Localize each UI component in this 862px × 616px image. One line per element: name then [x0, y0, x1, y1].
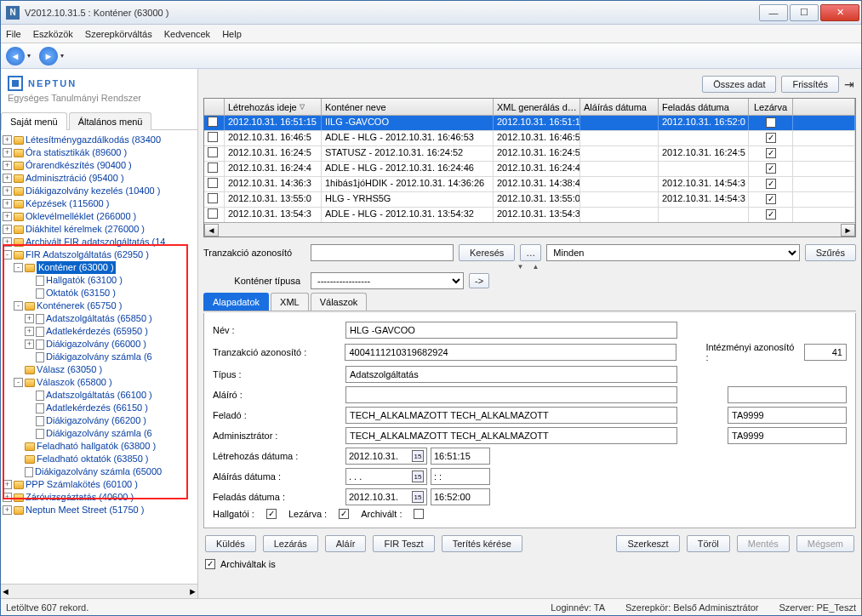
ctype-select[interactable]: ----------------- [311, 272, 464, 289]
maximize-button[interactable]: ☐ [790, 4, 819, 21]
closed-checkbox[interactable]: ✓ [766, 133, 776, 143]
fir-test-button[interactable]: FIR Teszt [373, 535, 434, 552]
expand-icon[interactable]: - [14, 263, 23, 272]
left-scrollbar[interactable]: ◄ ► [1, 584, 197, 598]
tree-item[interactable]: Oktatók (63150 ) [3, 287, 196, 299]
all-data-button[interactable]: Összes adat [702, 76, 776, 93]
tree-item[interactable]: Diákigazolvány számla (6 [3, 351, 196, 363]
nav-back-dropdown[interactable]: ▾ [27, 52, 31, 60]
closed-checkbox[interactable]: ✓ [766, 194, 776, 204]
created-time[interactable]: 16:51:15 [431, 448, 490, 465]
grid-body[interactable]: 2012.10.31. 16:51:15IILG -GAVCOO2012.10.… [204, 116, 855, 222]
row-checkbox[interactable] [208, 117, 218, 127]
table-row[interactable]: 2012.10.31. 16:51:15IILG -GAVCOO2012.10.… [204, 116, 855, 131]
row-checkbox[interactable] [208, 163, 218, 173]
expand-icon[interactable]: - [14, 378, 23, 387]
tree-item[interactable]: Adatszolgáltatás (66100 ) [3, 389, 196, 402]
closed-checkbox[interactable]: ✓ [766, 179, 776, 189]
expand-icon[interactable]: + [3, 199, 12, 208]
minimize-button[interactable]: — [759, 4, 788, 21]
closed-checkbox[interactable]: ✓ [766, 163, 776, 174]
created-date[interactable]: 2012.10.31.15 [345, 448, 427, 465]
search-scope-select[interactable]: Minden [546, 244, 799, 261]
expand-icon[interactable]: + [3, 237, 12, 247]
edit-button[interactable]: Szerkeszt [616, 535, 679, 552]
tree-item[interactable]: Adatlekérdezés (66150 ) [3, 402, 196, 414]
tab-xml[interactable]: XML [271, 293, 309, 311]
tree-item[interactable]: - FIR Adatszolgáltatás (62950 ) [3, 248, 196, 261]
row-checkbox[interactable] [208, 178, 218, 188]
col-sent[interactable]: Feladás dátuma [659, 99, 749, 115]
tree-item[interactable]: Feladható oktatók (63850 ) [3, 453, 196, 465]
cancel-button[interactable]: Mégsem [796, 535, 854, 552]
tree-item[interactable]: + Diákigazolvány kezelés (10400 ) [3, 185, 196, 197]
row-checkbox[interactable] [208, 193, 218, 203]
expand-icon[interactable]: - [14, 301, 23, 311]
nav-tree[interactable]: + Létesítménygazdálkodás (83400+ Óra sta… [1, 130, 197, 584]
nav-forward-button[interactable]: ► [39, 47, 58, 66]
tree-item[interactable]: + Archivált FIR adatszolgáltatás (14 [3, 236, 196, 248]
expand-icon[interactable]: - [3, 250, 12, 260]
pin-icon[interactable]: ⇥ [844, 77, 854, 91]
tree-item[interactable]: Válasz (63050 ) [3, 363, 196, 376]
grid-hscroll[interactable]: ◄ ► [204, 222, 855, 237]
calendar-icon[interactable]: 15 [412, 491, 424, 503]
expand-icon[interactable]: + [3, 505, 12, 515]
expand-icon[interactable]: + [3, 186, 12, 196]
save-button[interactable]: Mentés [737, 535, 790, 552]
expand-icon[interactable]: + [25, 314, 34, 323]
search-button[interactable]: Keresés [459, 244, 515, 261]
tree-item[interactable]: + Létesítménygazdálkodás (83400 [3, 134, 196, 146]
row-checkbox[interactable] [208, 208, 218, 219]
tree-item[interactable]: + Adatszolgáltatás (65850 ) [3, 312, 196, 325]
tree-item[interactable]: + Adminisztráció (95400 ) [3, 172, 196, 185]
table-row[interactable]: 2012.10.31. 16:46:5ADLE - HLG - 2012.10.… [204, 131, 855, 146]
archivalt-checkbox[interactable] [414, 509, 424, 519]
tree-item[interactable]: Diákigazolvány számla (6 [3, 427, 196, 440]
tree-item[interactable]: Diákigazolvány számla (65000 [3, 465, 196, 478]
expand-icon[interactable]: + [3, 493, 12, 502]
nav-forward-dropdown[interactable]: ▾ [60, 52, 64, 60]
expand-icon[interactable]: + [3, 212, 12, 221]
tab-own-menu[interactable]: Saját menü [1, 112, 67, 130]
receipt-button[interactable]: Terítés kérése [442, 535, 522, 552]
col-created[interactable]: Létrehozás ideje▽ [225, 99, 322, 115]
filter-button[interactable]: Szűrés [805, 244, 856, 261]
ctype-go-button[interactable]: -> [469, 273, 489, 288]
table-row[interactable]: 2012.10.31. 13:55:0HLG - YRHS5G2012.10.3… [204, 192, 855, 208]
menu-favorites[interactable]: Kedvencek [164, 29, 210, 39]
tab-responses[interactable]: Válaszok [311, 293, 368, 311]
hallgatoi-checkbox[interactable]: ✓ [266, 509, 277, 519]
col-check[interactable] [204, 99, 225, 115]
table-row[interactable]: 2012.10.31. 13:54:3ADLE - HLG - 2012.10.… [204, 208, 855, 222]
closed-checkbox[interactable]: ✓ [766, 148, 776, 158]
tree-item[interactable]: + Záróvizsgáztatás (40600 ) [3, 491, 196, 504]
expand-icon[interactable]: + [3, 135, 12, 145]
sent-date[interactable]: 2012.10.31.15 [345, 488, 427, 505]
close-container-button[interactable]: Lezárás [263, 535, 318, 552]
col-signed[interactable]: Aláírás dátuma [580, 99, 659, 115]
refresh-button[interactable]: Frissítés [781, 76, 839, 93]
tree-item[interactable]: + Neptun Meet Street (51750 ) [3, 504, 196, 516]
table-row[interactable]: 2012.10.31. 16:24:5STATUSZ - 2012.10.31.… [204, 146, 855, 162]
tree-item[interactable]: Hallgatók (63100 ) [3, 274, 196, 287]
lezarva-checkbox[interactable]: ✓ [339, 509, 349, 519]
archived-too-checkbox[interactable]: ✓ [205, 559, 215, 569]
table-row[interactable]: 2012.10.31. 16:24:4ADLE - HLG - 2012.10.… [204, 162, 855, 177]
scroll-left-icon[interactable]: ◄ [1, 586, 10, 596]
tree-item[interactable]: + Órarendkészítés (90400 ) [3, 159, 196, 172]
expand-icon[interactable]: + [3, 225, 12, 234]
expand-icon[interactable]: + [3, 148, 12, 157]
tree-item[interactable]: - Konténer (63000 ) [3, 261, 196, 274]
tree-item[interactable]: + Óra statisztikák (89600 ) [3, 146, 196, 159]
scroll-right-icon[interactable]: ► [188, 586, 197, 596]
signed-date[interactable]: . . .15 [345, 468, 427, 485]
menu-file[interactable]: File [6, 29, 21, 39]
close-button[interactable]: ✕ [820, 4, 859, 21]
col-name[interactable]: Konténer neve [322, 99, 494, 115]
tab-general-menu[interactable]: Általános menü [69, 112, 152, 130]
col-closed[interactable]: Lezárva [749, 99, 793, 115]
tree-item[interactable]: + Diákhitel kérelmek (276000 ) [3, 223, 196, 236]
splitter[interactable]: ▼ ▲ [203, 263, 856, 271]
search-more-button[interactable]: … [520, 244, 541, 261]
